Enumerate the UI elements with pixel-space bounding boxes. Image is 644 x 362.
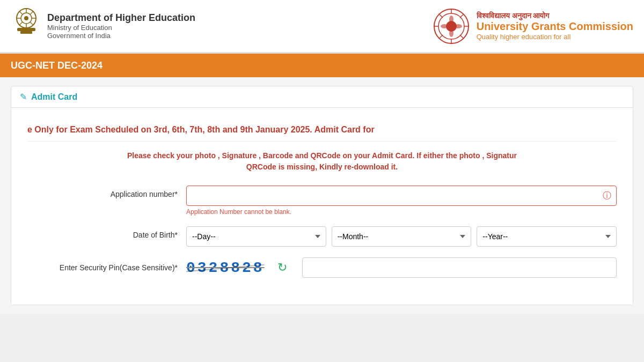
svg-point-27 — [455, 24, 462, 28]
page-title-bar: UGC-NET DEC-2024 — [0, 54, 644, 77]
security-pin-input[interactable] — [302, 257, 617, 278]
security-label: Enter Security Pin(Case Sensitive)* — [27, 263, 178, 272]
svg-rect-11 — [17, 28, 35, 31]
admit-card-label: Admit Card — [31, 92, 77, 102]
dept-info-block: Department of Higher Education Ministry … — [11, 8, 195, 45]
ugc-english-text: University Grants Commission — [477, 20, 633, 33]
ugc-text-block: विश्वविद्यालय अनुदान आयोग University Gra… — [477, 11, 633, 41]
dept-name-text: Department of Higher Education — [47, 12, 195, 24]
app-number-label: Application number* — [27, 186, 178, 198]
page-header: Department of Higher Education Ministry … — [0, 0, 644, 54]
svg-line-9 — [30, 11, 33, 14]
dob-year-select[interactable]: --Year-- — [477, 226, 617, 247]
application-number-input[interactable] — [186, 186, 617, 206]
dob-day-select[interactable]: --Day-- — [186, 226, 326, 247]
security-pin-group: Enter Security Pin(Case Sensitive)* 0328… — [27, 257, 617, 278]
department-info: Department of Higher Education Ministry … — [47, 12, 195, 40]
warning-message: Please check your photo , Signature , Ba… — [27, 150, 617, 173]
ugc-info-block: विश्वविद्यालय अनुदान आयोग University Gra… — [433, 8, 633, 45]
svg-point-25 — [449, 29, 453, 37]
dob-selects: --Day-- --Month-- --Year-- — [186, 226, 617, 247]
scrolling-text: e Only for Exam Scheduled on 3rd, 6th, 7… — [27, 125, 375, 135]
form-area: e Only for Exam Scheduled on 3rd, 6th, 7… — [11, 108, 633, 305]
dob-group: Date of Birth* --Day-- --Month-- --Year-… — [27, 226, 617, 247]
main-content-area: ✎ Admit Card e Only for Exam Scheduled o… — [0, 77, 644, 314]
india-emblem-icon — [11, 8, 42, 45]
svg-point-2 — [24, 16, 28, 20]
warning-line1: Please check your photo , Signature , Ba… — [127, 151, 517, 160]
section-header: ✎ Admit Card — [11, 86, 633, 108]
edit-icon: ✎ — [20, 92, 27, 102]
page-title-text: UGC-NET DEC-2024 — [11, 60, 103, 71]
dept-sub1-text: Ministry of Education — [47, 24, 195, 32]
ugc-hindi-text: विश्वविद्यालय अनुदान आयोग — [477, 11, 633, 20]
svg-line-7 — [19, 11, 23, 14]
dob-month-select[interactable]: --Month-- — [332, 226, 472, 247]
app-number-wrap: ⓘ Application Number cannot be blank. — [186, 186, 617, 216]
captcha-display: 0328828 — [186, 260, 265, 276]
svg-line-21 — [460, 35, 463, 38]
app-number-error: Application Number cannot be blank. — [186, 208, 617, 216]
warning-line2: QRCode is missing, Kindly re-download it… — [246, 162, 398, 171]
input-error-icon: ⓘ — [603, 190, 611, 202]
svg-line-10 — [19, 22, 23, 25]
svg-point-24 — [449, 16, 453, 23]
svg-rect-12 — [20, 31, 32, 34]
admit-card-section: ✎ Admit Card e Only for Exam Scheduled o… — [11, 86, 633, 305]
svg-point-26 — [441, 24, 448, 28]
dob-label: Date of Birth* — [27, 226, 178, 239]
svg-line-23 — [440, 35, 443, 38]
dept-sub2-text: Government of India — [47, 32, 195, 40]
svg-line-8 — [30, 22, 33, 25]
svg-line-20 — [440, 14, 443, 18]
ugc-logo-icon — [433, 8, 470, 45]
application-number-group: Application number* ⓘ Application Number… — [27, 186, 617, 216]
app-number-input-wrapper: ⓘ — [186, 186, 617, 206]
svg-line-22 — [460, 14, 463, 18]
scrolling-notice: e Only for Exam Scheduled on 3rd, 6th, 7… — [27, 119, 617, 142]
refresh-captcha-icon[interactable]: ↻ — [277, 261, 287, 275]
ugc-tagline-text: Quality higher education for all — [477, 33, 633, 41]
